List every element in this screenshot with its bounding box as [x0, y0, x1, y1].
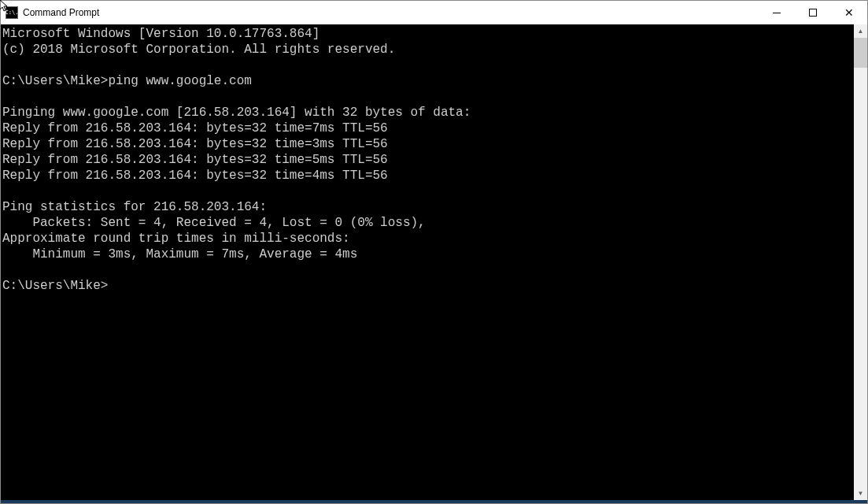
command-prompt-window: C:\. Command Prompt ✕ Microsoft Windows … [0, 0, 868, 504]
scroll-track[interactable] [854, 38, 867, 487]
scroll-down-button[interactable]: ▼ [854, 487, 867, 500]
minimize-button[interactable] [759, 1, 795, 24]
title-bar[interactable]: C:\. Command Prompt ✕ [1, 1, 867, 24]
window-controls: ✕ [759, 1, 867, 24]
vertical-scrollbar[interactable]: ▲ ▼ [854, 24, 867, 500]
window-title: Command Prompt [23, 7, 99, 18]
minimize-icon [773, 13, 781, 13]
scroll-thumb[interactable] [854, 38, 867, 68]
maximize-icon [809, 9, 817, 17]
terminal-content[interactable]: Microsoft Windows [Version 10.0.17763.86… [1, 24, 854, 500]
app-icon: C:\. [6, 6, 18, 19]
taskbar-edge [1, 500, 867, 503]
close-icon: ✕ [844, 7, 854, 18]
maximize-button[interactable] [795, 1, 831, 24]
title-left: C:\. Command Prompt [1, 6, 99, 19]
close-button[interactable]: ✕ [831, 1, 867, 24]
terminal-area: Microsoft Windows [Version 10.0.17763.86… [1, 24, 867, 500]
scroll-up-button[interactable]: ▲ [854, 24, 867, 38]
